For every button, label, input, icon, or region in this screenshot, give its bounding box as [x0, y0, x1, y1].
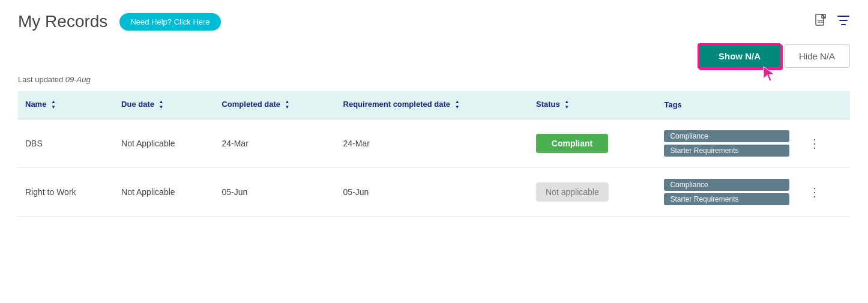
tag-item: Starter Requirements — [664, 193, 789, 205]
cell-name: DBS — [18, 119, 114, 167]
svg-rect-0 — [816, 14, 824, 25]
table-row: DBSNot Applicable24-Mar24-MarCompliantCo… — [18, 119, 850, 167]
sort-arrows-due: ▲▼ — [159, 100, 164, 110]
table-row: Right to WorkNot Applicable05-Jun05-JunN… — [18, 167, 850, 216]
cell-status: Compliant — [529, 119, 657, 167]
col-actions — [797, 91, 850, 119]
sort-arrows-name: ▲▼ — [51, 100, 56, 110]
header: My Records Need Help? Click Here — [18, 12, 850, 31]
tag-item: Compliance — [664, 130, 789, 142]
cell-completed-date: 24-Mar — [214, 119, 336, 167]
status-badge: Not applicable — [536, 182, 609, 202]
cursor-indicator — [762, 65, 777, 82]
show-na-wrapper: Show N/A — [698, 43, 782, 69]
col-tags: Tags — [657, 91, 797, 119]
three-dot-menu[interactable]: ⋮ — [804, 183, 825, 201]
col-completed-date[interactable]: Completed date ▲▼ — [214, 91, 336, 119]
page-title: My Records — [18, 12, 107, 31]
tags-container: ComplianceStarter Requirements — [664, 130, 789, 157]
cell-tags: ComplianceStarter Requirements — [657, 119, 797, 167]
cell-actions: ⋮ — [797, 119, 850, 167]
sort-arrows-status: ▲▼ — [564, 100, 569, 110]
sort-arrows-completed: ▲▼ — [285, 100, 290, 110]
na-bar: Show N/A Hide N/A — [18, 43, 850, 69]
tags-container: ComplianceStarter Requirements — [664, 179, 789, 205]
tag-item: Compliance — [664, 179, 789, 191]
cell-req-completed-date: 24-Mar — [336, 119, 529, 167]
cell-req-completed-date: 05-Jun — [336, 167, 529, 216]
cell-due-date: Not Applicable — [114, 167, 214, 216]
cell-due-date: Not Applicable — [114, 119, 214, 167]
table-header: Name ▲▼ Due date ▲▼ Completed date ▲▼ Re… — [18, 91, 850, 119]
cell-tags: ComplianceStarter Requirements — [657, 167, 797, 216]
col-due-date[interactable]: Due date ▲▼ — [114, 91, 214, 119]
status-badge: Compliant — [536, 134, 608, 153]
three-dot-menu[interactable]: ⋮ — [804, 134, 825, 152]
cell-actions: ⋮ — [797, 167, 850, 216]
filter-icon[interactable] — [837, 14, 850, 30]
cell-completed-date: 05-Jun — [214, 167, 336, 216]
page-wrapper: My Records Need Help? Click Here — [0, 0, 868, 303]
records-table: Name ▲▼ Due date ▲▼ Completed date ▲▼ Re… — [18, 91, 850, 217]
header-left: My Records Need Help? Click Here — [18, 12, 221, 31]
col-status[interactable]: Status ▲▼ — [529, 91, 657, 119]
table-body: DBSNot Applicable24-Mar24-MarCompliantCo… — [18, 119, 850, 216]
hide-na-button[interactable]: Hide N/A — [784, 44, 850, 68]
col-req-completed-date[interactable]: Requirement completed date ▲▼ — [336, 91, 529, 119]
table-header-row: Name ▲▼ Due date ▲▼ Completed date ▲▼ Re… — [18, 91, 850, 119]
help-button[interactable]: Need Help? Click Here — [119, 13, 220, 31]
cell-name: Right to Work — [18, 167, 114, 216]
header-right — [814, 14, 850, 30]
col-name[interactable]: Name ▲▼ — [18, 91, 114, 119]
sort-arrows-req: ▲▼ — [455, 100, 460, 110]
pdf-icon[interactable] — [814, 14, 827, 30]
svg-marker-4 — [764, 67, 774, 81]
cell-status: Not applicable — [529, 167, 657, 216]
last-updated: Last updated 09-Aug — [18, 75, 850, 84]
tag-item: Starter Requirements — [664, 145, 789, 157]
